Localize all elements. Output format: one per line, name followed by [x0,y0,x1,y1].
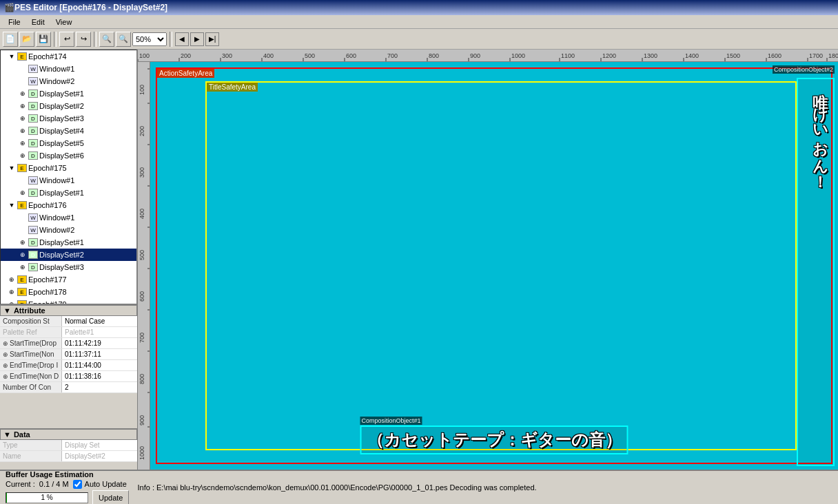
expand-icon[interactable]: ⊕ [6,276,17,283]
window-icon: W [28,65,38,73]
auto-update-label[interactable]: Auto Update [73,480,127,489]
tree-item-displayset3-174[interactable]: ⊕ D DisplaySet#3 [1,112,136,125]
attr-val-endtimenom: 01:11:38:16 [62,372,137,380]
toolbar-zoom-in[interactable]: 🔍 [116,32,131,47]
separator-1 [54,32,57,47]
tree-item-displayset1-174[interactable]: ⊕ D DisplaySet#1 [1,87,136,100]
menu-view[interactable]: View [50,17,78,28]
tree-item-displayset5-174[interactable]: ⊕ D DisplaySet#5 [1,137,136,149]
tree-item-window1-175[interactable]: W Window#1 [1,174,136,187]
toolbar-zoom-out[interactable]: 🔍 [99,32,114,47]
collapse-icon[interactable]: ▼ [3,306,11,315]
ds-icon: D [28,238,38,246]
tree-label: Epoch#177 [28,275,67,284]
tree-item-epoch178[interactable]: ⊕ E Epoch#178 [1,286,136,298]
expand-icon[interactable]: ▼ [6,202,17,209]
menu-edit[interactable]: Edit [26,17,50,28]
tree-item-window1-176[interactable]: W Window#1 [1,211,136,224]
expand-icon[interactable] [17,65,28,72]
expand-icon[interactable]: ⊕ [17,251,28,258]
tree-label: Window#2 [39,226,74,234]
tree-item-window2-174[interactable]: W Window#2 [1,75,136,87]
ds-icon: D [28,102,38,110]
action-safety-label: ActionSafetyArea [157,69,214,78]
tree-item-epoch176[interactable]: ▼ E Epoch#176 [1,199,136,211]
svg-text:1600: 1600 [768,52,781,59]
expand-icon[interactable] [17,78,28,85]
nav-prev[interactable]: ◀ [175,32,189,46]
auto-update-checkbox[interactable] [73,480,82,489]
epoch-icon: E [17,275,27,284]
svg-text:400: 400 [139,209,145,219]
expand-icon[interactable] [17,214,28,221]
attr-row-starttimenom[interactable]: StartTime(Non 01:11:37:11 [0,349,137,360]
expand-icon[interactable]: ⊕ [17,152,28,159]
attr-row-palette: Palette Ref Palette#1 [0,327,137,338]
expand-icon[interactable]: ⊕ [17,103,28,109]
attr-row-endtimenom[interactable]: EndTime(Non D 01:11:38:16 [0,371,137,382]
attr-key-palette: Palette Ref [0,327,62,337]
ds-icon: D [28,90,38,98]
toolbar-save[interactable]: 💾 [36,32,51,47]
data-row-name: Name DisplaySet#2 [0,451,137,462]
buffer-current-value: 0.1 / 4 M [39,480,69,488]
toolbar-open[interactable]: 📂 [19,32,34,47]
tree-item-displayset6-174[interactable]: ⊕ D DisplaySet#6 [1,149,136,162]
toolbar-redo[interactable]: ↪ [76,32,91,47]
tree-item-displayset4-174[interactable]: ⊕ D DisplaySet#4 [1,125,136,137]
expand-icon[interactable]: ⊕ [17,90,28,97]
tree-item-epoch179[interactable]: ⊕ E Epoch#179 [1,298,136,304]
attr-val-starttimenom: 01:11:37:11 [62,350,137,358]
expand-icon[interactable]: ⊕ [17,189,28,196]
tree-item-epoch177[interactable]: ⊕ E Epoch#177 [1,273,136,286]
epoch-icon: E [17,164,27,172]
zoom-select[interactable]: 50% 25% 75% 100% [132,32,167,46]
collapse-icon-data[interactable]: ▼ [3,430,11,439]
attr-row-starttimedrop[interactable]: StartTime(Drop 01:11:42:19 [0,338,137,349]
attr-val-starttimedrop: 01:11:42:19 [62,339,137,347]
buffer-section: Buffer Usage Estimation Current : 0.1 / … [6,470,129,505]
svg-text:200: 200 [139,126,145,136]
expand-icon[interactable]: ⊕ [17,115,28,122]
tree-item-displayset2-176[interactable]: ⊕ D DisplaySet#2 [1,249,136,261]
expand-icon[interactable]: ⊕ [17,239,28,246]
expand-icon[interactable]: ▼ [6,165,17,171]
expand-icon[interactable]: ⊕ [6,288,17,295]
attr-key-endtimedrop: EndTime(Drop I [0,360,62,370]
tree-label: Window#1 [39,213,74,222]
tree-item-displayset2-174[interactable]: ⊕ D DisplaySet#2 [1,100,136,112]
canvas-area: 100 200 300 400 500 600 700 800 900 1000… [138,50,838,470]
toolbar-undo[interactable]: ↩ [59,32,74,47]
menu-file[interactable]: File [3,17,26,28]
ds-icon: D [28,263,38,271]
tree-label: Window#1 [39,65,74,73]
tree-item-displayset3-176[interactable]: ⊕ D DisplaySet#3 [1,261,136,273]
attr-row-endtimedrop[interactable]: EndTime(Drop I 01:11:44:00 [0,360,137,371]
tree-item-epoch174[interactable]: ▼ E Epoch#174 [1,50,136,63]
tree-item-window2-176[interactable]: W Window#2 [1,224,136,236]
tree-item-displayset1-176[interactable]: ⊕ D DisplaySet#1 [1,236,136,249]
nav-end[interactable]: ▶| [205,32,219,46]
tree-label: Epoch#176 [28,201,67,209]
svg-text:900: 900 [470,52,480,59]
toolbar-new[interactable]: 📄 [3,32,18,47]
tree-label: DisplaySet#4 [39,127,84,135]
expand-icon[interactable] [17,227,28,233]
window-icon: W [28,176,38,185]
tree-view[interactable]: ▼ E Epoch#174 W Window#1 W Window#2 ⊕ D … [0,50,137,304]
expand-icon[interactable]: ▼ [6,53,17,60]
expand-icon[interactable]: ⊕ [17,127,28,134]
attr-row-compst: Composition St Normal Case [0,316,137,327]
tree-item-window1-174[interactable]: W Window#1 [1,63,136,75]
tree-item-displayset1-175[interactable]: ⊕ D DisplaySet#1 [1,187,136,199]
expand-icon[interactable]: ⊕ [17,140,28,147]
tree-label: Window#2 [39,77,74,85]
expand-icon[interactable] [17,177,28,184]
data-val-name: DisplaySet#2 [62,452,137,460]
update-button[interactable]: Update [92,490,129,505]
expand-icon[interactable]: ⊕ [17,264,28,271]
tree-item-epoch175[interactable]: ▼ E Epoch#175 [1,162,136,174]
nav-next[interactable]: ▶ [190,32,204,46]
main-canvas[interactable]: ActionSafetyArea TitleSafetyArea Composi… [150,62,838,470]
ruler-top-svg: 100 200 300 400 500 600 700 800 900 1000… [138,50,838,62]
